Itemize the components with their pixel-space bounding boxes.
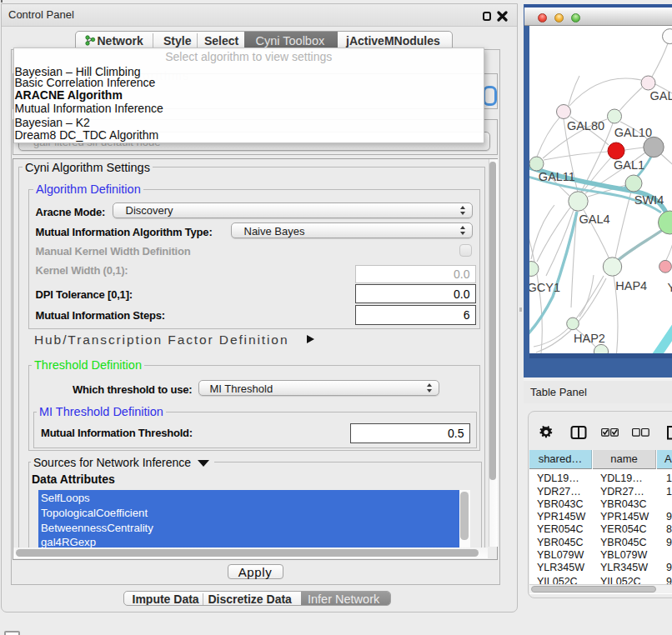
svg-text:GAL4: GAL4	[579, 212, 610, 226]
svg-text:SWI4: SWI4	[634, 193, 664, 207]
svg-text:GCY1: GCY1	[529, 281, 560, 294]
svg-text:GAL11: GAL11	[539, 170, 575, 183]
svg-text:GAL2: GAL2	[650, 89, 672, 102]
svg-text:Y: Y	[667, 281, 672, 294]
svg-text:HAP2: HAP2	[574, 332, 605, 345]
svg-text:GAL10: GAL10	[614, 126, 652, 139]
svg-text:GAL1: GAL1	[614, 158, 644, 172]
svg-text:HAP4: HAP4	[615, 279, 647, 292]
svg-text:GAL80: GAL80	[567, 119, 604, 132]
